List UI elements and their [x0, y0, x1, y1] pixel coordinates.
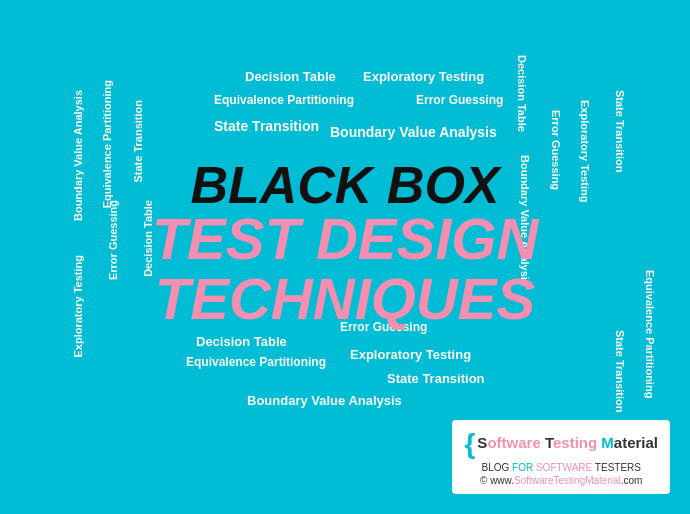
logo-url-domain: .com — [621, 475, 643, 486]
word-equiv-part-top: Equivalence Partitioning — [214, 93, 354, 107]
logo-material: M — [601, 434, 614, 451]
word-equiv-part-left-vert: Equivalence Partitioning — [101, 80, 113, 208]
logo-sub: BLOG FOR SOFTWARE TESTERS — [464, 462, 658, 473]
word-state-trans-right-vert: State Transition — [614, 90, 626, 173]
logo-url: © www.SoftwareTestingMaterial.com — [464, 475, 658, 486]
logo-box: {Software Testing Material BLOG FOR SOFT… — [452, 420, 670, 494]
word-exploratory-bot: Exploratory Testing — [350, 347, 471, 362]
word-state-trans2-right-vert: State Transition — [614, 330, 626, 413]
word-state-trans-left-vert: State Transition — [132, 100, 144, 183]
word-bva-bot: Boundary Value Analysis — [247, 393, 402, 408]
logo-material2: aterial — [614, 434, 658, 451]
word-exploratory-top: Exploratory Testing — [363, 69, 484, 84]
logo-title: {Software Testing Material — [464, 428, 658, 460]
logo-testers: TESTERS — [592, 462, 641, 473]
logo-testing-t: oftware — [487, 434, 545, 451]
word-equiv-part-bot: Equivalence Partitioning — [186, 355, 326, 369]
word-error-guess-left-vert: Error Guessing — [107, 200, 119, 280]
logo-url-text: © www. — [480, 475, 514, 486]
word-error-guessing-top: Error Guessing — [416, 93, 503, 107]
logo-testing-label: T — [545, 434, 553, 451]
word-bva-left-vert: Boundary Value Analysis — [72, 90, 84, 221]
word-decision-table-bot: Decision Table — [196, 334, 287, 349]
word-exploratory-left-vert: Exploratory Testing — [72, 255, 84, 357]
word-bva-top: Boundary Value Analysis — [330, 124, 497, 140]
logo-blog: BLOG — [481, 462, 509, 473]
word-state-trans-top: State Transition — [214, 118, 319, 134]
logo-software2: SOFTWARE — [536, 462, 592, 473]
word-decision-table-top: Decision Table — [245, 69, 336, 84]
logo-url-brand: SoftwareTestingMaterial — [514, 475, 621, 486]
word-decision-right-vert: Decision Table — [516, 55, 528, 132]
word-error-guess-right-vert: Error Guessing — [550, 110, 562, 190]
logo-for: FOR — [509, 462, 536, 473]
logo-testing-esting: esting — [553, 434, 601, 451]
logo-brace: { — [464, 428, 475, 459]
logo-software: S — [477, 434, 487, 451]
word-state-trans-bot: State Transition — [387, 371, 485, 386]
word-exploratory-right-vert: Exploratory Testing — [579, 100, 591, 202]
main-title-pink2: TECHNIQUES — [155, 265, 535, 332]
word-equiv-part-right-vert: Equivalence Partitioning — [644, 270, 656, 398]
main-title-pink: TEST DESIGN — [152, 205, 539, 272]
